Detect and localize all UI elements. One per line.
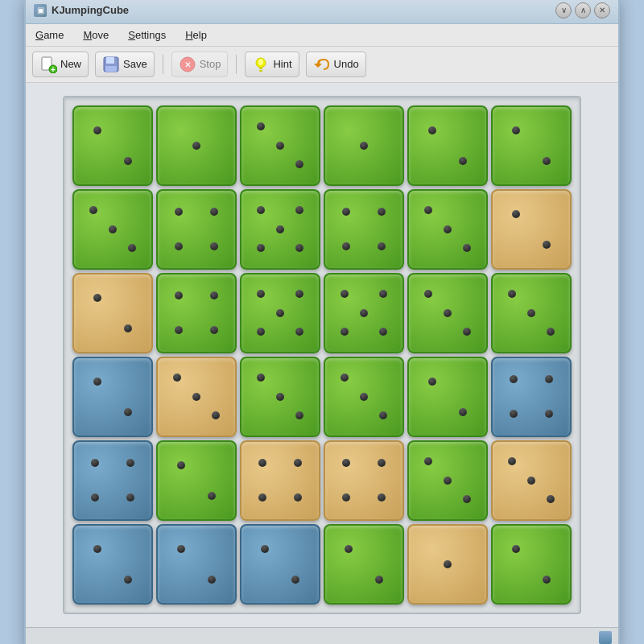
cell-2-4[interactable] bbox=[407, 273, 488, 353]
dot-2-4-1 bbox=[444, 309, 452, 317]
dot-3-5-1 bbox=[545, 375, 553, 383]
dot-3-1-2 bbox=[212, 411, 220, 419]
svg-text:✕: ✕ bbox=[184, 60, 191, 69]
dot-1-4-2 bbox=[463, 244, 471, 252]
dot-0-0-0 bbox=[93, 126, 101, 134]
dot-2-1-1 bbox=[210, 291, 218, 299]
dot-1-0-0 bbox=[89, 206, 97, 214]
dot-4-4-0 bbox=[424, 457, 432, 465]
dot-2-2-1 bbox=[295, 290, 303, 298]
minimize-button[interactable]: ∨ bbox=[555, 2, 572, 19]
menu-settings[interactable]: Settings bbox=[125, 27, 169, 43]
svg-rect-10 bbox=[259, 68, 262, 69]
cell-1-0[interactable] bbox=[72, 189, 153, 270]
cell-2-3[interactable] bbox=[324, 273, 404, 353]
menu-help[interactable]: Help bbox=[182, 27, 210, 43]
cell-4-2[interactable] bbox=[240, 440, 320, 521]
dot-1-2-3 bbox=[257, 244, 265, 252]
dot-2-3-3 bbox=[341, 328, 349, 336]
cell-0-2[interactable] bbox=[240, 105, 320, 186]
undo-button[interactable]: Undo bbox=[306, 52, 366, 77]
cell-1-1[interactable] bbox=[156, 189, 237, 270]
cell-0-4[interactable] bbox=[407, 105, 488, 186]
cell-0-0[interactable] bbox=[72, 105, 153, 186]
cell-3-2[interactable] bbox=[240, 357, 320, 437]
cell-5-3[interactable] bbox=[324, 524, 404, 605]
cell-0-1[interactable] bbox=[156, 105, 237, 186]
dot-0-2-2 bbox=[295, 160, 303, 168]
dot-0-3-0 bbox=[360, 142, 368, 150]
cell-5-5[interactable] bbox=[491, 524, 572, 605]
dot-5-2-1 bbox=[291, 576, 299, 584]
cell-3-5[interactable] bbox=[491, 357, 572, 437]
menu-bar: Game Move Settings Help bbox=[26, 24, 618, 47]
maximize-button[interactable]: ∧ bbox=[575, 2, 591, 19]
dot-5-0-1 bbox=[124, 576, 132, 584]
cell-3-3[interactable] bbox=[324, 357, 404, 437]
stop-icon: ✕ bbox=[179, 56, 196, 73]
dot-1-3-2 bbox=[342, 242, 350, 250]
cell-3-4[interactable] bbox=[407, 357, 488, 437]
close-button[interactable]: ✕ bbox=[594, 2, 610, 19]
hint-label: Hint bbox=[273, 58, 291, 70]
dot-5-5-0 bbox=[512, 545, 520, 553]
dot-1-2-4 bbox=[295, 244, 303, 252]
cell-2-2[interactable] bbox=[240, 273, 320, 353]
toolbar-separator-2 bbox=[236, 55, 237, 74]
toolbar: + New Save ✕ Stop bbox=[26, 47, 618, 83]
cell-4-3[interactable] bbox=[324, 440, 404, 521]
cell-0-3[interactable] bbox=[324, 105, 404, 186]
dot-1-1-3 bbox=[210, 242, 218, 250]
cell-1-5[interactable] bbox=[491, 189, 572, 270]
hint-button[interactable]: Hint bbox=[245, 52, 299, 77]
cell-2-0[interactable] bbox=[72, 273, 153, 353]
status-resize-handle[interactable] bbox=[599, 631, 612, 644]
cell-4-1[interactable] bbox=[156, 440, 237, 521]
cell-2-5[interactable] bbox=[491, 273, 572, 353]
cell-3-1[interactable] bbox=[156, 357, 237, 437]
cell-dots-0-4 bbox=[409, 107, 486, 184]
board-container bbox=[63, 96, 581, 614]
undo-icon bbox=[313, 56, 331, 73]
cell-5-2[interactable] bbox=[240, 524, 320, 605]
cell-1-3[interactable] bbox=[324, 189, 404, 270]
svg-rect-11 bbox=[259, 70, 262, 72]
dot-2-0-1 bbox=[124, 324, 132, 332]
cell-dots-3-2 bbox=[242, 358, 319, 436]
dot-2-5-1 bbox=[527, 309, 535, 317]
cell-4-5[interactable] bbox=[491, 440, 572, 521]
dot-1-0-1 bbox=[109, 225, 117, 233]
game-area bbox=[26, 83, 618, 627]
cell-3-0[interactable] bbox=[72, 357, 153, 437]
dot-2-3-0 bbox=[341, 290, 349, 298]
stop-button[interactable]: ✕ Stop bbox=[171, 52, 229, 77]
cell-0-5[interactable] bbox=[491, 105, 572, 186]
new-button[interactable]: + New bbox=[32, 52, 89, 77]
cell-dots-2-4 bbox=[409, 275, 486, 352]
menu-move[interactable]: Move bbox=[80, 27, 112, 43]
cell-2-1[interactable] bbox=[156, 273, 237, 353]
cell-4-0[interactable] bbox=[72, 440, 153, 521]
dot-1-4-1 bbox=[444, 225, 452, 233]
dot-2-3-1 bbox=[379, 290, 387, 298]
cell-5-1[interactable] bbox=[156, 524, 237, 605]
save-icon bbox=[102, 56, 120, 73]
cell-dots-2-2 bbox=[242, 275, 319, 352]
cell-1-4[interactable] bbox=[407, 189, 488, 270]
cell-5-0[interactable] bbox=[72, 524, 153, 605]
dot-5-1-1 bbox=[208, 576, 216, 584]
save-button[interactable]: Save bbox=[95, 52, 155, 77]
cell-1-2[interactable] bbox=[240, 189, 320, 270]
cell-dots-0-2 bbox=[242, 107, 319, 184]
dot-3-3-1 bbox=[360, 393, 368, 401]
menu-game[interactable]: Game bbox=[32, 27, 67, 43]
cell-5-4[interactable] bbox=[407, 524, 488, 605]
dot-1-5-0 bbox=[512, 210, 520, 218]
svg-text:+: + bbox=[51, 65, 56, 73]
game-board bbox=[72, 105, 572, 605]
cell-4-4[interactable] bbox=[407, 440, 488, 521]
dot-2-2-4 bbox=[295, 328, 303, 336]
dot-1-2-0 bbox=[257, 206, 265, 214]
dot-1-0-2 bbox=[128, 244, 136, 252]
dot-3-0-1 bbox=[124, 408, 132, 416]
